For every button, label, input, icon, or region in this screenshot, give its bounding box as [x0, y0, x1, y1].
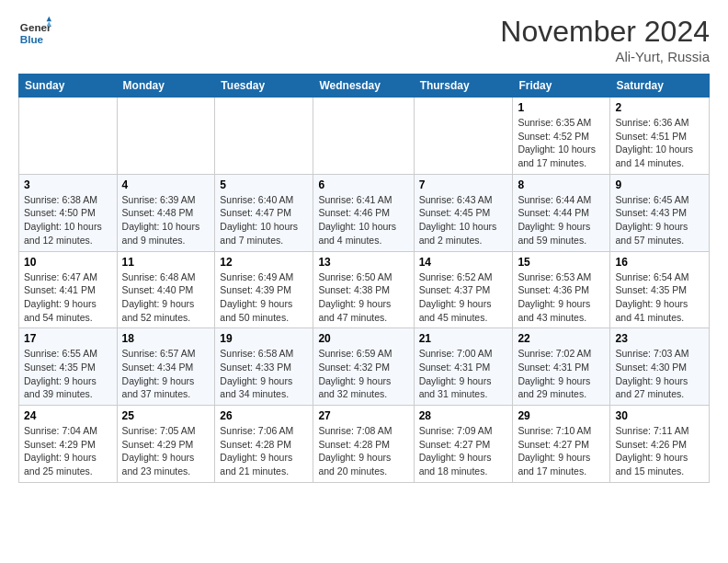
day-number: 17: [24, 332, 112, 345]
day-number: 13: [318, 256, 408, 269]
day-info: Sunrise: 6:36 AM Sunset: 4:51 PM Dayligh…: [615, 116, 704, 170]
calendar-week-4: 24Sunrise: 7:04 AM Sunset: 4:29 PM Dayli…: [19, 406, 710, 483]
day-info: Sunrise: 6:50 AM Sunset: 4:38 PM Dayligh…: [318, 270, 408, 325]
calendar-cell: 5Sunrise: 6:40 AM Sunset: 4:47 PM Daylig…: [215, 174, 313, 251]
calendar-cell: 10Sunrise: 6:47 AM Sunset: 4:41 PM Dayli…: [19, 251, 118, 328]
day-info: Sunrise: 6:43 AM Sunset: 4:45 PM Dayligh…: [419, 193, 508, 247]
calendar-week-0: 1Sunrise: 6:35 AM Sunset: 4:52 PM Daylig…: [19, 98, 710, 175]
day-number: 10: [24, 256, 112, 269]
day-number: 7: [419, 178, 508, 191]
calendar-cell: 18Sunrise: 6:57 AM Sunset: 4:34 PM Dayli…: [117, 328, 215, 406]
day-number: 16: [615, 256, 704, 269]
day-number: 12: [220, 256, 308, 269]
calendar-cell: 25Sunrise: 7:05 AM Sunset: 4:29 PM Dayli…: [117, 406, 215, 483]
calendar-cell: [19, 98, 118, 175]
day-number: 24: [24, 409, 112, 422]
day-info: Sunrise: 7:05 AM Sunset: 4:29 PM Dayligh…: [122, 424, 210, 478]
day-number: 19: [220, 332, 308, 345]
day-info: Sunrise: 6:58 AM Sunset: 4:33 PM Dayligh…: [220, 347, 308, 401]
header-monday: Monday: [117, 75, 215, 98]
calendar-cell: [414, 98, 513, 175]
header: General Blue November 2024 Ali-Yurt, Rus…: [18, 15, 710, 64]
calendar-cell: 22Sunrise: 7:02 AM Sunset: 4:31 PM Dayli…: [513, 328, 610, 406]
calendar-cell: 19Sunrise: 6:58 AM Sunset: 4:33 PM Dayli…: [215, 328, 313, 406]
day-info: Sunrise: 6:48 AM Sunset: 4:40 PM Dayligh…: [122, 270, 210, 325]
logo-icon: General Blue: [18, 15, 51, 48]
day-number: 22: [518, 332, 605, 345]
calendar-week-2: 10Sunrise: 6:47 AM Sunset: 4:41 PM Dayli…: [19, 251, 710, 328]
calendar-cell: 8Sunrise: 6:44 AM Sunset: 4:44 PM Daylig…: [513, 174, 610, 251]
calendar-cell: 9Sunrise: 6:45 AM Sunset: 4:43 PM Daylig…: [610, 174, 710, 251]
day-info: Sunrise: 7:09 AM Sunset: 4:27 PM Dayligh…: [419, 424, 508, 478]
day-number: 9: [615, 178, 704, 191]
day-info: Sunrise: 6:52 AM Sunset: 4:37 PM Dayligh…: [419, 270, 508, 325]
header-tuesday: Tuesday: [215, 75, 313, 98]
calendar: Sunday Monday Tuesday Wednesday Thursday…: [18, 74, 710, 483]
day-info: Sunrise: 6:44 AM Sunset: 4:44 PM Dayligh…: [518, 193, 605, 247]
day-number: 5: [220, 178, 308, 191]
calendar-cell: 27Sunrise: 7:08 AM Sunset: 4:28 PM Dayli…: [313, 406, 414, 483]
day-info: Sunrise: 7:02 AM Sunset: 4:31 PM Dayligh…: [518, 347, 605, 401]
calendar-cell: 4Sunrise: 6:39 AM Sunset: 4:48 PM Daylig…: [117, 174, 215, 251]
calendar-cell: 24Sunrise: 7:04 AM Sunset: 4:29 PM Dayli…: [19, 406, 118, 483]
calendar-cell: 26Sunrise: 7:06 AM Sunset: 4:28 PM Dayli…: [215, 406, 313, 483]
logo: General Blue: [18, 15, 55, 48]
day-number: 11: [122, 256, 210, 269]
day-info: Sunrise: 7:00 AM Sunset: 4:31 PM Dayligh…: [419, 347, 508, 401]
day-info: Sunrise: 7:11 AM Sunset: 4:26 PM Dayligh…: [615, 424, 704, 478]
svg-marker-2: [47, 17, 51, 21]
day-number: 1: [518, 101, 605, 114]
day-number: 25: [122, 409, 210, 422]
day-number: 14: [419, 256, 508, 269]
day-number: 28: [419, 409, 508, 422]
day-info: Sunrise: 6:40 AM Sunset: 4:47 PM Dayligh…: [220, 193, 308, 247]
calendar-week-1: 3Sunrise: 6:38 AM Sunset: 4:50 PM Daylig…: [19, 174, 710, 251]
calendar-cell: [215, 98, 313, 175]
calendar-cell: 13Sunrise: 6:50 AM Sunset: 4:38 PM Dayli…: [313, 251, 414, 328]
day-number: 21: [419, 332, 508, 345]
day-number: 15: [518, 256, 605, 269]
calendar-cell: 21Sunrise: 7:00 AM Sunset: 4:31 PM Dayli…: [414, 328, 513, 406]
calendar-cell: 16Sunrise: 6:54 AM Sunset: 4:35 PM Dayli…: [610, 251, 710, 328]
header-wednesday: Wednesday: [313, 75, 414, 98]
day-number: 3: [24, 178, 112, 191]
calendar-cell: 1Sunrise: 6:35 AM Sunset: 4:52 PM Daylig…: [513, 98, 610, 175]
calendar-cell: 28Sunrise: 7:09 AM Sunset: 4:27 PM Dayli…: [414, 406, 513, 483]
day-number: 26: [220, 409, 308, 422]
header-friday: Friday: [513, 75, 610, 98]
calendar-cell: 20Sunrise: 6:59 AM Sunset: 4:32 PM Dayli…: [313, 328, 414, 406]
calendar-cell: 29Sunrise: 7:10 AM Sunset: 4:27 PM Dayli…: [513, 406, 610, 483]
header-sunday: Sunday: [19, 75, 118, 98]
calendar-cell: 23Sunrise: 7:03 AM Sunset: 4:30 PM Dayli…: [610, 328, 710, 406]
calendar-cell: 14Sunrise: 6:52 AM Sunset: 4:37 PM Dayli…: [414, 251, 513, 328]
day-info: Sunrise: 7:03 AM Sunset: 4:30 PM Dayligh…: [615, 347, 704, 401]
svg-text:General: General: [20, 21, 51, 33]
page: General Blue November 2024 Ali-Yurt, Rus…: [0, 0, 728, 492]
calendar-cell: 11Sunrise: 6:48 AM Sunset: 4:40 PM Dayli…: [117, 251, 215, 328]
calendar-week-3: 17Sunrise: 6:55 AM Sunset: 4:35 PM Dayli…: [19, 328, 710, 406]
day-info: Sunrise: 6:35 AM Sunset: 4:52 PM Dayligh…: [518, 116, 605, 170]
title-block: November 2024 Ali-Yurt, Russia: [500, 15, 710, 64]
day-info: Sunrise: 7:08 AM Sunset: 4:28 PM Dayligh…: [318, 424, 408, 478]
day-number: 6: [318, 178, 408, 191]
day-info: Sunrise: 6:39 AM Sunset: 4:48 PM Dayligh…: [122, 193, 210, 247]
day-number: 18: [122, 332, 210, 345]
calendar-cell: [313, 98, 414, 175]
day-number: 2: [615, 101, 704, 114]
day-info: Sunrise: 6:45 AM Sunset: 4:43 PM Dayligh…: [615, 193, 704, 247]
svg-text:Blue: Blue: [20, 33, 44, 45]
day-info: Sunrise: 6:57 AM Sunset: 4:34 PM Dayligh…: [122, 347, 210, 401]
day-number: 29: [518, 409, 605, 422]
day-info: Sunrise: 7:10 AM Sunset: 4:27 PM Dayligh…: [518, 424, 605, 478]
day-info: Sunrise: 7:04 AM Sunset: 4:29 PM Dayligh…: [24, 424, 112, 478]
day-info: Sunrise: 6:49 AM Sunset: 4:39 PM Dayligh…: [220, 270, 308, 325]
day-number: 4: [122, 178, 210, 191]
calendar-cell: 30Sunrise: 7:11 AM Sunset: 4:26 PM Dayli…: [610, 406, 710, 483]
day-info: Sunrise: 6:47 AM Sunset: 4:41 PM Dayligh…: [24, 270, 112, 325]
day-number: 27: [318, 409, 408, 422]
header-thursday: Thursday: [414, 75, 513, 98]
calendar-cell: 12Sunrise: 6:49 AM Sunset: 4:39 PM Dayli…: [215, 251, 313, 328]
day-number: 23: [615, 332, 704, 345]
day-number: 8: [518, 178, 605, 191]
calendar-cell: 6Sunrise: 6:41 AM Sunset: 4:46 PM Daylig…: [313, 174, 414, 251]
